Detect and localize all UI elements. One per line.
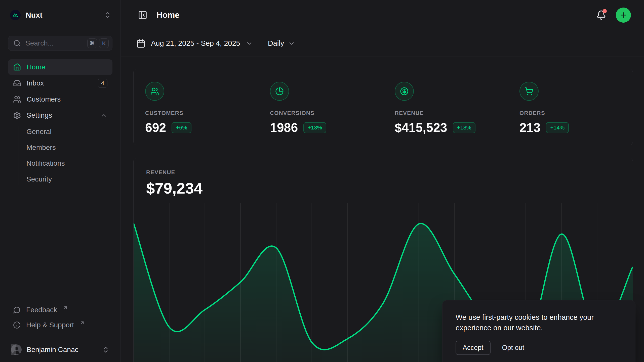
page-header: Home: [121, 0, 644, 30]
chevron-up-icon: [100, 112, 107, 119]
sidebar-item-label: Settings: [27, 111, 52, 119]
granularity-select[interactable]: Daily: [268, 39, 295, 48]
message-circle-icon: [13, 306, 21, 314]
shopping-cart-icon: [519, 82, 539, 101]
filters-toolbar: Aug 21, 2025 - Sep 4, 2025 Daily: [121, 30, 644, 57]
users-icon: [13, 95, 21, 103]
date-range-value: Aug 21, 2025 - Sep 4, 2025: [151, 39, 240, 48]
plus-icon: [619, 11, 627, 19]
chevron-down-icon: [288, 40, 295, 47]
house-icon: [13, 63, 21, 71]
sidebar-item-home[interactable]: Home: [8, 59, 112, 75]
stat-delta-badge: +13%: [303, 122, 326, 133]
sidebar-nav: Home Inbox 4 Customers Settings: [8, 59, 112, 187]
search-icon: [13, 39, 21, 47]
opt-out-button[interactable]: Opt out: [502, 344, 525, 352]
avatar: [11, 344, 22, 355]
help-support-label: Help & Support: [26, 321, 74, 329]
sidebar-item-label: Customers: [27, 95, 61, 103]
stat-value: 692: [145, 120, 166, 135]
stat-value: 213: [519, 120, 540, 135]
nuxt-logo-icon: [10, 10, 21, 20]
cookie-message: We use first-party cookies to enhance yo…: [456, 312, 612, 333]
stat-label: CUSTOMERS: [145, 110, 247, 116]
chevron-down-icon: [246, 40, 253, 47]
sidebar-item-customers[interactable]: Customers: [8, 92, 112, 107]
add-button[interactable]: [616, 8, 631, 23]
sidebar-user-section: Benjamin Canac: [0, 337, 120, 362]
accept-button[interactable]: Accept: [456, 341, 491, 355]
users-icon: [145, 82, 164, 101]
feedback-link[interactable]: Feedback: [8, 302, 112, 318]
stat-delta-badge: +14%: [546, 122, 569, 133]
external-link-icon: [63, 305, 68, 310]
kbd-k: K: [99, 38, 109, 48]
info-icon: [13, 321, 21, 329]
sidebar-item-security[interactable]: Security: [8, 171, 112, 187]
chart-title: REVENUE: [146, 169, 620, 176]
external-link-icon: [80, 320, 85, 325]
stat-delta-badge: +6%: [172, 122, 191, 133]
page-title: Home: [156, 10, 180, 20]
stat-card-revenue[interactable]: REVENUE $415,523 +18%: [383, 69, 508, 145]
sidebar-item-label: Home: [27, 63, 46, 71]
pie-chart-icon: [270, 82, 289, 101]
inbox-icon: [13, 79, 21, 87]
gear-icon: [13, 111, 21, 119]
stat-label: ORDERS: [519, 110, 621, 116]
calendar-icon: [136, 39, 145, 48]
search-shortcut: ⌘ K: [87, 38, 109, 48]
notification-dot: [602, 9, 607, 13]
search-input[interactable]: Search... ⌘ K: [8, 36, 112, 51]
workspace-name: Nuxt: [26, 11, 43, 19]
chevrons-up-down-icon: [104, 11, 111, 19]
collapse-sidebar-button[interactable]: [136, 9, 149, 21]
stat-label: REVENUE: [395, 110, 496, 116]
inbox-count-badge: 4: [98, 79, 107, 88]
stat-label: CONVERSIONS: [270, 110, 371, 116]
user-menu[interactable]: Benjamin Canac: [8, 342, 112, 357]
date-range-picker[interactable]: Aug 21, 2025 - Sep 4, 2025: [136, 39, 253, 48]
sidebar-footer: Feedback Help & Support: [0, 302, 120, 337]
stat-value: 1986: [270, 120, 298, 135]
help-support-link[interactable]: Help & Support: [8, 318, 112, 333]
circle-dollar-icon: [395, 82, 414, 101]
workspace-switcher[interactable]: Nuxt: [0, 0, 120, 30]
stat-card-customers[interactable]: CUSTOMERS 692 +6%: [134, 69, 258, 145]
sidebar: Nuxt Search... ⌘ K Home: [0, 0, 121, 362]
stat-card-conversions[interactable]: CONVERSIONS 1986 +13%: [258, 69, 383, 145]
panel-left-close-icon: [138, 10, 147, 20]
user-name: Benjamin Canac: [27, 346, 78, 354]
chevrons-up-down-icon: [102, 346, 109, 353]
feedback-label: Feedback: [26, 306, 57, 314]
settings-submenu: General Members Notifications Security: [8, 124, 112, 187]
sidebar-item-notifications[interactable]: Notifications: [8, 155, 112, 171]
sidebar-item-settings[interactable]: Settings: [8, 108, 112, 123]
stats-row: CUSTOMERS 692 +6% CONVERSIONS 1986 +13%: [133, 69, 633, 145]
chart-current-value: $79,234: [146, 179, 620, 197]
stat-delta-badge: +18%: [453, 122, 476, 133]
sidebar-item-inbox[interactable]: Inbox 4: [8, 75, 112, 91]
stat-value: $415,523: [395, 120, 447, 135]
granularity-value: Daily: [268, 39, 284, 48]
notifications-button[interactable]: [596, 10, 606, 20]
search-placeholder: Search...: [25, 39, 54, 47]
stat-card-orders[interactable]: ORDERS 213 +14%: [508, 69, 633, 145]
sidebar-item-general[interactable]: General: [8, 124, 112, 140]
kbd-meta: ⌘: [87, 38, 97, 48]
sidebar-item-members[interactable]: Members: [8, 140, 112, 155]
cookie-banner: We use first-party cookies to enhance yo…: [442, 300, 635, 362]
sidebar-item-label: Inbox: [27, 79, 44, 87]
